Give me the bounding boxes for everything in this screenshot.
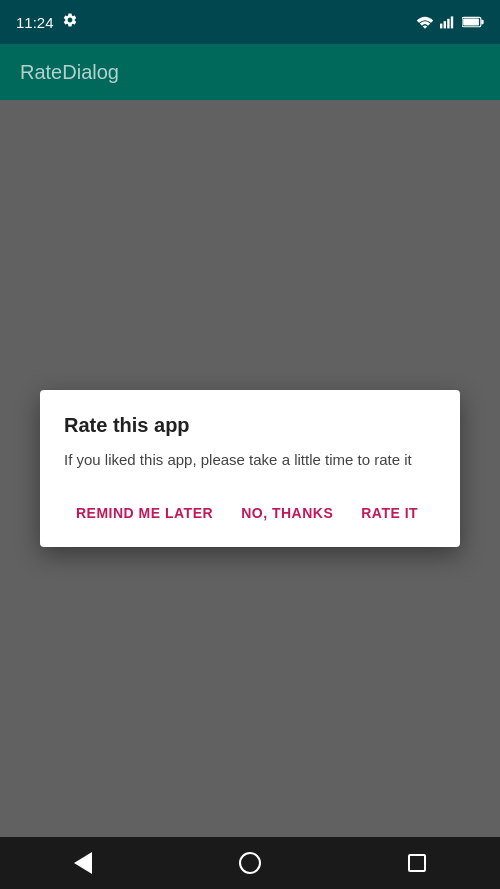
svg-rect-6	[481, 20, 483, 25]
status-time: 11:24	[16, 14, 54, 31]
recents-button[interactable]	[408, 854, 426, 872]
svg-rect-5	[463, 18, 479, 25]
status-right	[416, 15, 484, 29]
wifi-icon	[416, 15, 434, 29]
app-bar: RateDialog	[0, 44, 500, 100]
back-button[interactable]	[74, 852, 92, 874]
svg-rect-1	[444, 21, 446, 28]
remind-me-later-button[interactable]: REMIND ME LATER	[64, 495, 225, 531]
no-thanks-button[interactable]: NO, THANKS	[229, 495, 345, 531]
dialog-actions: REMIND ME LATER NO, THANKS RATE IT	[64, 495, 436, 531]
rate-it-button[interactable]: RATE IT	[349, 495, 430, 531]
main-content: Rate this app If you liked this app, ple…	[0, 100, 500, 837]
settings-icon	[62, 12, 78, 32]
app-bar-title: RateDialog	[20, 61, 119, 84]
svg-rect-2	[447, 19, 449, 29]
svg-rect-3	[451, 16, 453, 28]
status-bar: 11:24	[0, 0, 500, 44]
signal-icon	[440, 15, 456, 29]
home-button[interactable]	[239, 852, 261, 874]
dialog-title: Rate this app	[64, 414, 436, 437]
nav-bar	[0, 837, 500, 889]
status-left: 11:24	[16, 12, 78, 32]
svg-rect-0	[440, 24, 442, 29]
rate-dialog: Rate this app If you liked this app, ple…	[40, 390, 460, 548]
battery-icon	[462, 16, 484, 28]
dialog-message: If you liked this app, please take a lit…	[64, 449, 436, 472]
